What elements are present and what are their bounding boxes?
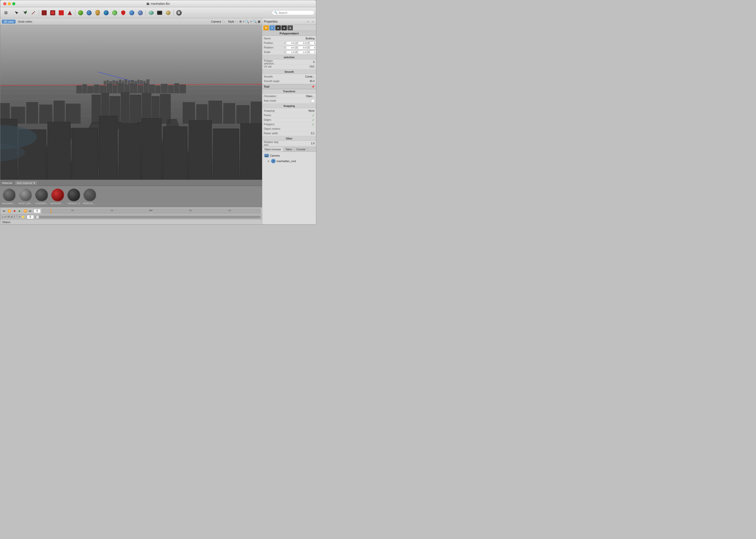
panel-back-icon[interactable]: ← (306, 20, 310, 24)
camera-select[interactable]: Camera ⌃⌄ (211, 20, 225, 23)
tab-console[interactable]: Console (294, 147, 308, 152)
tab-object-browser[interactable]: Object browser (262, 147, 283, 152)
go-to-end-button[interactable]: ⏭ (28, 209, 33, 213)
tangent-icon[interactable]: ⟩ (14, 215, 15, 219)
measure-tool[interactable] (29, 9, 38, 17)
add-keyframe-icon[interactable]: + (2, 215, 3, 219)
fullscreen-button[interactable] (12, 2, 15, 5)
obj-item-manhattan-root[interactable]: ▶ manhattan_root (264, 158, 314, 164)
select-tool[interactable] (12, 9, 20, 17)
lamp-tool[interactable] (164, 9, 172, 17)
scale-x[interactable]: 1.0 (286, 50, 295, 54)
search-input[interactable] (279, 11, 312, 14)
cube-tool-3[interactable] (57, 9, 65, 17)
record-button[interactable]: ⏺ (12, 209, 17, 213)
shield-tool[interactable] (119, 9, 127, 17)
scrubber-frame-input[interactable] (27, 215, 34, 219)
zoom-plus-icon[interactable]: + (250, 20, 252, 23)
ease-icon[interactable]: ↗ (18, 215, 20, 219)
search-viewport-icon[interactable]: 🔍 (253, 20, 257, 23)
scrubber-track[interactable] (35, 216, 261, 218)
prop-row-orientation: Orientation: Objec... (262, 94, 316, 99)
material-item-asphalt[interactable]: ASPHALT_0 (67, 189, 80, 205)
panel-forward-icon[interactable]: → (311, 20, 314, 24)
box-tool[interactable] (102, 9, 110, 17)
pos-z[interactable]: 0. (310, 41, 316, 45)
props-icon-info[interactable]: ℹ (269, 25, 275, 30)
rot-y[interactable]: 0.0 (298, 46, 307, 49)
move-icon[interactable]: ⊕ (239, 20, 242, 23)
main-window: 🎬 manhattan.fbx ⊞ (0, 0, 316, 225)
search-box[interactable]: 🔍 (272, 10, 314, 15)
props-icon-dark3[interactable]: ● (288, 25, 293, 30)
material-item-roof[interactable]: ROOF_DEF... (19, 189, 33, 205)
layout-toggle[interactable]: ⊞ (2, 9, 10, 17)
grid-icon[interactable]: ▣ (258, 20, 261, 23)
cone-tool[interactable] (66, 9, 74, 17)
tool-pin-icon[interactable]: 📌 (311, 85, 314, 88)
position-icon[interactable]: P (11, 215, 13, 219)
style-select[interactable]: Style ⌃⌄ (228, 20, 238, 23)
auto-mode-checkbox[interactable] (311, 99, 314, 103)
vase-tool[interactable] (94, 9, 102, 17)
redo-icon[interactable]: ⟳ (8, 215, 10, 219)
globe-tool[interactable] (128, 9, 136, 17)
material-header: Material Add material ▼ (0, 180, 262, 186)
material-item-entrance[interactable]: ENTRANCE... (51, 189, 65, 205)
material-item-building[interactable]: BUILDING_... (2, 189, 16, 205)
obj-item-camera[interactable]: 📷 Camera (264, 153, 314, 158)
scale-z[interactable]: 1. (310, 50, 316, 54)
undo-icon[interactable]: ↩ (4, 215, 7, 219)
tab-takes[interactable]: Takes (283, 147, 294, 152)
material-item-terrain[interactable]: TERRAIN_D... (83, 189, 97, 205)
material-item-concrete[interactable]: CONCRET... (35, 189, 48, 205)
pos-arrow-2[interactable]: ⇕ (296, 42, 297, 44)
zoom-icon[interactable]: 🔍 (245, 20, 249, 23)
tab-node-editor[interactable]: Node editor (16, 20, 35, 24)
play-button[interactable]: ▶ (18, 209, 22, 213)
film-tool[interactable] (156, 9, 164, 17)
svg-rect-32 (125, 80, 127, 85)
cube-tool-2[interactable] (49, 9, 57, 17)
viewport-3d[interactable]: Y X (0, 25, 262, 180)
pos-arrow-1[interactable]: ⇕ (284, 42, 286, 44)
star-icon[interactable]: ⭐ (21, 215, 25, 219)
pos-x[interactable]: 0.0 (286, 41, 295, 45)
rot-x[interactable]: 0.0 (286, 46, 295, 49)
add-icon[interactable]: + (243, 20, 245, 23)
sphere-tool-2[interactable] (85, 9, 93, 17)
live-select-tool[interactable] (21, 9, 29, 17)
cube-tool-1[interactable] (40, 9, 48, 17)
sphere-tool-1[interactable] (77, 9, 85, 17)
rot-arrow-3[interactable]: ⇕ (307, 46, 309, 49)
props-section-snapping: Snapping: None Points: ✓ Edges: ✓ Polygo… (262, 108, 316, 136)
prev-frame-button[interactable]: ⏪ (7, 209, 12, 213)
tab-3d-view[interactable]: 3D view (2, 20, 16, 24)
close-button[interactable] (3, 2, 6, 5)
scale-y[interactable]: 1.0 (298, 50, 307, 54)
rot-z[interactable]: 0. (310, 46, 316, 49)
snap-icon[interactable]: ⌝ (16, 215, 17, 219)
rot-arrow-1[interactable]: ⇕ (284, 46, 286, 49)
props-icon-star[interactable]: ★ (263, 25, 269, 30)
next-frame-button[interactable]: ⏩ (23, 209, 27, 213)
minimize-button[interactable] (8, 2, 11, 5)
go-to-start-button[interactable]: ⏮ (2, 209, 6, 213)
scale-arrow-2[interactable]: ⇕ (296, 51, 297, 53)
timeline-ruler[interactable]: 1|0 1|0 2|0 3|0 4|0 120 (42, 208, 261, 213)
pos-y[interactable]: 0.0 (298, 41, 307, 45)
scale-arrow-1[interactable]: ⇕ (284, 51, 286, 53)
add-material-button[interactable]: Add material ▼ (15, 181, 37, 185)
key-tool[interactable]: B (175, 9, 183, 17)
viewport-area: 3D view Node editor Camera ⌃⌄ Style ⌃⌄ ⊕… (0, 18, 262, 224)
rot-arrow-2[interactable]: ⇕ (296, 46, 297, 49)
scale-arrow-3[interactable]: ⇕ (307, 51, 309, 53)
pos-arrow-3[interactable]: ⇕ (307, 42, 309, 44)
props-icon-dark2[interactable]: ● (281, 25, 287, 30)
material-ball-entrance (51, 189, 64, 201)
frame-input[interactable]: 0 (34, 209, 41, 213)
torus-tool[interactable] (136, 9, 144, 17)
props-icon-dark1[interactable]: ● (275, 25, 281, 30)
camera-tool[interactable] (147, 9, 155, 17)
landscape-tool[interactable] (111, 9, 119, 17)
